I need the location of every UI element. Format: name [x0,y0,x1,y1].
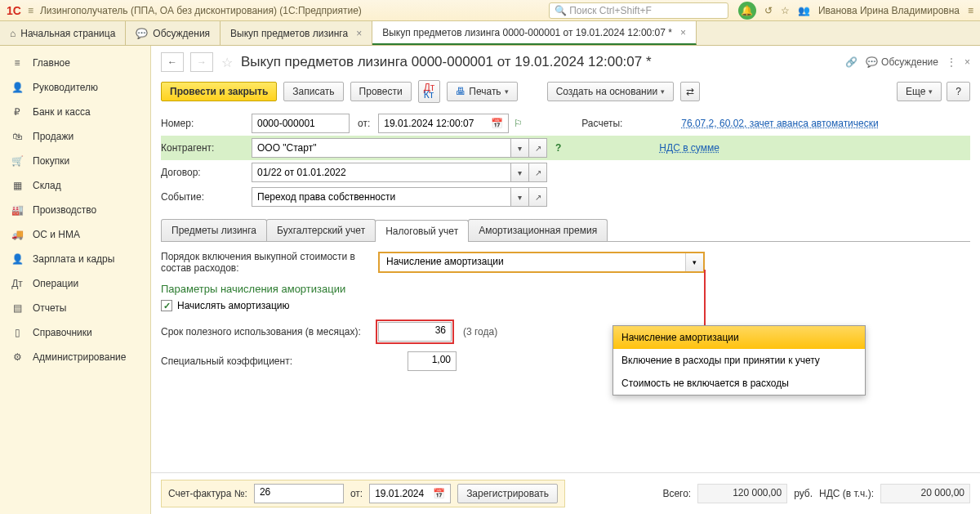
print-button[interactable]: 🖶 Печать ▾ [447,82,517,101]
users-icon[interactable]: 👥 [798,5,810,16]
sidebar-item-admin[interactable]: ⚙Администрирование [0,345,150,369]
open-icon[interactable]: ↗ [529,187,547,207]
sidebar-item-production[interactable]: 🏭Производство [0,198,150,222]
tab-discussions-label: Обсуждения [153,28,210,39]
dropdown-option[interactable]: Начисление амортизации [613,326,865,349]
dropdown-option[interactable]: Включение в расходы при принятии к учету [613,349,865,372]
sidebar-item-warehouse[interactable]: ▦Склад [0,173,150,198]
print-icon: 🖶 [456,86,466,97]
global-search-input[interactable]: 🔍 Поиск Ctrl+Shift+F [549,2,728,19]
close-icon[interactable]: × [680,27,686,38]
sidebar-item-sales[interactable]: 🛍Продажи [0,124,150,149]
create-based-label: Создать на основании [556,86,658,97]
discussion-link[interactable]: 💬 Обсуждение [866,56,938,68]
tab-discussions[interactable]: 💬 Обсуждения [126,21,220,45]
titlebar: 1C ≡ Лизингополучатель (ППА, ОА без диск… [0,0,980,21]
sf-date-value: 19.01.2024 [375,488,424,499]
useful-life-input[interactable]: 36 [378,322,452,342]
calendar-icon[interactable]: 📅 [433,488,445,499]
sidebar-item-label: Администрирование [33,351,126,363]
calc-label: Расчеты: [581,118,647,129]
more-button[interactable]: Еще ▾ [897,82,942,101]
sidebar-item-assets[interactable]: 🚚ОС и НМА [0,222,150,247]
sidebar-item-reports[interactable]: ▤Отчеты [0,296,150,320]
username[interactable]: Иванова Ирина Владимировна [818,5,960,16]
calendar-icon[interactable]: 📅 [491,118,503,129]
burger-icon[interactable]: ≡ [28,5,33,16]
star-icon[interactable]: ☆ [781,5,790,16]
kebab-icon[interactable]: ⋮ [947,56,956,68]
order-dropdown-popup: Начисление амортизации Включение в расхо… [612,325,866,396]
annotation-arrow [704,270,706,333]
chevron-down-icon[interactable]: ▾ [511,138,529,158]
sidebar-item-hr[interactable]: 👤Зарплата и кадры [0,247,150,271]
chevron-down-icon[interactable]: ▾ [511,163,529,182]
open-icon[interactable]: ↗ [529,163,547,182]
sidebar-item-label: Справочники [33,327,92,338]
calc-amort-checkbox[interactable]: ✓ Начислять амортизацию [161,300,970,311]
date-input[interactable]: 19.01.2024 12:00:07 📅 [378,114,509,133]
useful-life-label: Срок полезного использования (в месяцах)… [161,326,373,337]
sidebar-item-label: Склад [33,180,61,191]
sidebar-item-bank[interactable]: ₽Банк и касса [0,100,150,124]
tab-home-label: Начальная страница [20,28,115,39]
close-icon[interactable]: × [964,56,970,68]
contragent-label: Контрагент: [161,142,247,154]
structure-button[interactable]: ⇄ [680,82,700,101]
tab-premium[interactable]: Амортизационная премия [468,219,608,241]
link-icon[interactable]: 🔗 [845,56,858,68]
main-area: ← → ☆ Выкуп предметов лизинга 0000-00000… [151,46,980,514]
chevron-down-icon[interactable]: ▾ [511,187,529,207]
post-close-button[interactable]: Провести и закрыть [161,82,277,101]
vat-label: НДС (в т.ч.): [819,488,874,499]
sf-date-input[interactable]: 19.01.2024 📅 [369,484,451,503]
contragent-input[interactable]: ООО "Старт" [252,138,511,158]
factory-icon: 🏭 [10,204,24,216]
sidebar-item-main[interactable]: ≡Главное [0,51,150,75]
tab-items[interactable]: Предметы лизинга [161,219,267,241]
bell-icon[interactable]: 🔔 [738,2,756,20]
workspace-tabs: ⌂ Начальная страница 💬 Обсуждения Выкуп … [0,21,980,46]
chevron-down-icon[interactable]: ▾ [685,253,703,271]
sidebar-item-purchases[interactable]: 🛒Покупки [0,149,150,173]
coeff-input[interactable]: 1,00 [408,351,457,371]
sidebar-item-label: Руководителю [33,82,98,93]
create-based-button[interactable]: Создать на основании ▾ [547,82,675,101]
tab-buyout-doc-label: Выкуп предметов лизинга 0000-000001 от 1… [382,27,672,38]
order-select[interactable]: Начисление амортизации ▾ [378,252,705,273]
nav-forward-button[interactable]: → [190,52,213,72]
sf-number-input[interactable]: 26 [254,484,344,503]
sidebar-item-label: Зарплата и кадры [33,253,114,265]
calc-link[interactable]: 76.07.2, 60.02, зачет аванса автоматичес… [681,118,878,129]
register-button[interactable]: Зарегистрировать [457,484,558,503]
history-icon[interactable]: ↺ [764,5,773,16]
flag-icon[interactable]: ⚐ [514,118,523,129]
sidebar-item-operations[interactable]: ДтОперации [0,271,150,296]
bag-icon: 🛍 [10,131,24,142]
vat-link[interactable]: НДС в сумме [659,142,719,154]
contract-input[interactable]: 01/22 от 01.01.2022 [252,163,511,182]
tab-buyout-doc[interactable]: Выкуп предметов лизинга 0000-000001 от 1… [372,21,697,45]
chevron-down-icon: ▾ [929,87,933,96]
sidebar-item-manager[interactable]: 👤Руководителю [0,75,150,100]
sidebar-item-catalogs[interactable]: ▯Справочники [0,320,150,345]
tab-home[interactable]: ⌂ Начальная страница [0,21,126,45]
favorite-star-icon[interactable]: ☆ [221,55,233,70]
help-button[interactable]: ? [947,82,970,101]
nav-back-button[interactable]: ← [161,52,184,72]
post-button[interactable]: Провести [350,82,412,101]
tab-buyout-list[interactable]: Выкуп предметов лизинга × [220,21,372,45]
number-input[interactable]: 0000-000001 [252,114,350,133]
contract-label: Договор: [161,167,247,178]
dropdown-option[interactable]: Стоимость не включается в расходы [613,372,865,395]
tab-tax[interactable]: Налоговый учет [375,220,469,242]
save-button[interactable]: Записать [283,82,343,101]
event-input[interactable]: Переход права собственности [252,187,511,207]
help-icon[interactable]: ? [555,142,561,154]
dtkt-button[interactable]: ДтКт [418,80,441,103]
open-icon[interactable]: ↗ [529,138,547,158]
tab-accounting[interactable]: Бухгалтерский учет [266,219,376,241]
close-icon[interactable]: × [356,28,362,39]
ot-label: от: [354,118,373,129]
menu-icon[interactable]: ≡ [968,5,973,16]
